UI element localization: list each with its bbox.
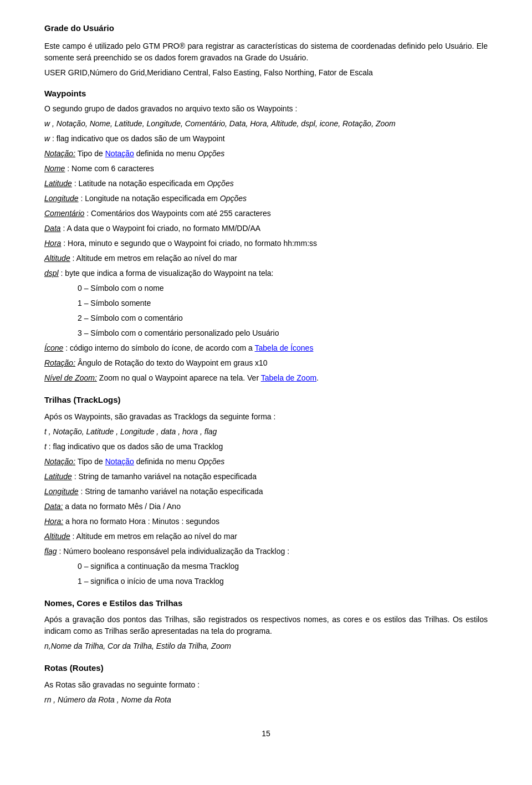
tracklogs-title: Trilhas (TrackLogs) [44, 394, 488, 407]
dspl-0: 0 – Símbolo com o nome [78, 283, 488, 294]
waypoints-item-dspl: dspl : byte que indica a forma de visual… [44, 268, 488, 279]
waypoints-format-text: w , Notação, Nome, Latitude, Longitude, … [44, 119, 396, 128]
tracklogs-item-data: Data: a data no formato Mês / Dia / Ano [44, 501, 488, 512]
waypoints-item-w: w : flag indicativo que os dados são de … [44, 133, 488, 145]
tracklogs-item-latitude: Latitude : String de tamanho variável na… [44, 471, 488, 483]
waypoints-item-comentario: Comentário : Comentários dos Waypoints c… [44, 208, 488, 219]
waypoints-title: Waypoints [44, 88, 488, 100]
rotas-format: rn , Número da Rota , Nome da Rota [44, 695, 171, 704]
nomes-cores-para2: n,Nome da Trilha, Cor da Trilha, Estilo … [44, 640, 488, 652]
flag-0: 0 – significa a continuação da mesma Tra… [78, 561, 488, 572]
tracklogs-format-text: t , Notação, Latitude , Longitude , data… [44, 427, 217, 436]
waypoints-item-zoom: Nível de Zoom: Zoom no qual o Waypoint a… [44, 372, 488, 384]
waypoints-item-icone: Ícone : código interno do símbolo do íco… [44, 342, 488, 354]
waypoints-item-rotacao: Rotação: Ângulo de Rotação do texto do W… [44, 357, 488, 369]
rotas-para2: rn , Número da Rota , Nome da Rota [44, 694, 488, 706]
rotas-para1: As Rotas são gravadas no seguinte format… [44, 679, 488, 691]
grade-usuario-para2: USER GRID,Número do Grid,Meridiano Centr… [44, 67, 488, 79]
grid-format-text: USER GRID,Número do Grid,Meridiano Centr… [44, 68, 373, 77]
waypoints-item-data: Data : A data que o Waypoint foi criado,… [44, 223, 488, 234]
rotas-section: Rotas (Routes) As Rotas são gravadas no … [44, 662, 488, 706]
flag-sub-items: 0 – significa a continuação da mesma Tra… [78, 561, 488, 587]
nomes-cores-format: n,Nome da Trilha, Cor da Trilha, Estilo … [44, 642, 231, 650]
page-container: Grade do Usuário Este campo é utilizado … [44, 22, 488, 740]
tracklogs-section: Trilhas (TrackLogs) Após os Waypoints, s… [44, 394, 488, 587]
waypoints-item-altitude: Altitude : Altitude em metros em relação… [44, 253, 488, 264]
tracklogs-item-flag: flag : Número booleano responsável pela … [44, 546, 488, 557]
flag-1: 1 – significa o início de uma nova Track… [78, 576, 488, 587]
waypoints-item-notacao: Notação: Tipo de Notação definida no men… [44, 148, 488, 160]
dspl-1: 1 – Símbolo somente [78, 297, 488, 309]
tracklogs-format: t , Notação, Latitude , Longitude , data… [44, 426, 488, 438]
waypoints-item-hora: Hora : Hora, minuto e segundo que o Wayp… [44, 238, 488, 249]
tracklogs-item-longitude: Longitude : String de tamanho variável n… [44, 486, 488, 497]
page-number: 15 [262, 729, 270, 738]
nomes-cores-para1: Após a gravação dos pontos das Trilhas, … [44, 614, 488, 637]
waypoints-item-latitude: Latitude : Latitude na notação especific… [44, 178, 488, 189]
waypoints-para1: O segundo grupo de dados gravados no arq… [44, 103, 488, 115]
grade-usuario-section: Grade do Usuário Este campo é utilizado … [44, 22, 488, 79]
waypoints-item-nome: Nome : Nome com 6 caracteres [44, 163, 488, 175]
tracklogs-item-notacao: Notação: Tipo de Notação definida no men… [44, 456, 488, 468]
dspl-sub-items: 0 – Símbolo com o nome 1 – Símbolo somen… [78, 283, 488, 339]
tracklogs-item-t: t : flag indicativo que os dados são de … [44, 441, 488, 453]
nomes-cores-section: Nomes, Cores e Estilos das Trilhas Após … [44, 597, 488, 653]
dspl-3: 3 – Símbolo com o comentário personaliza… [78, 327, 488, 339]
waypoints-format: w , Notação, Nome, Latitude, Longitude, … [44, 118, 488, 130]
waypoints-section: Waypoints O segundo grupo de dados grava… [44, 88, 488, 384]
dspl-2: 2 – Símbolo com o comentário [78, 312, 488, 324]
grade-usuario-title: Grade do Usuário [44, 22, 488, 35]
tracklogs-para1: Após os Waypoints, são gravadas as Track… [44, 411, 488, 423]
waypoints-item-longitude: Longitude : Longitude na notação especif… [44, 193, 488, 204]
page-number-container: 15 [44, 728, 488, 740]
rotas-title: Rotas (Routes) [44, 662, 488, 675]
tracklogs-item-hora: Hora: a hora no formato Hora : Minutos :… [44, 516, 488, 527]
nomes-cores-title: Nomes, Cores e Estilos das Trilhas [44, 597, 488, 610]
grade-usuario-para1: Este campo é utilizado pelo GTM PRO® par… [44, 40, 488, 64]
tracklogs-item-altitude: Altitude : Altitude em metros em relação… [44, 531, 488, 542]
